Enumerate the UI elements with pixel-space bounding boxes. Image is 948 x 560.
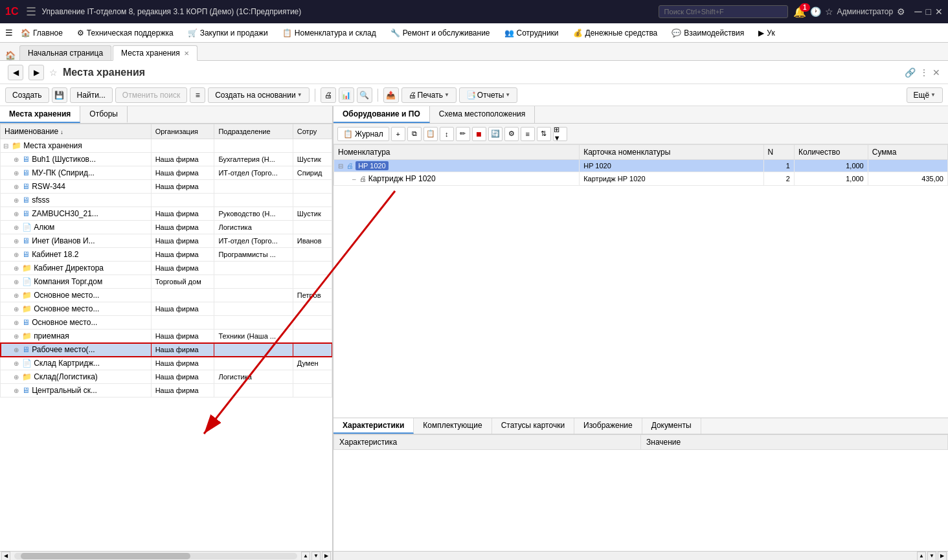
eq-col-card[interactable]: Карточка номенклатуры (580, 145, 763, 160)
eq-col-n[interactable]: N (763, 145, 794, 160)
scroll-up-btn[interactable]: ▲ (301, 552, 310, 561)
hamburger-icon[interactable]: ☰ (26, 5, 36, 19)
favorites-icon[interactable]: ☆ (825, 6, 833, 17)
export-icon[interactable]: 📤 (383, 87, 399, 103)
move-btn[interactable]: ↕ (440, 127, 454, 141)
menu-item-employees[interactable]: 👥 Сотрудники (498, 26, 565, 40)
tab-close-icon[interactable]: ✕ (184, 50, 189, 57)
expand-icon[interactable]: ⊕ (14, 170, 19, 177)
refresh-btn[interactable]: 🔄 (488, 127, 502, 141)
char-col-name[interactable]: Характеристика (334, 435, 641, 450)
scroll-right-btn[interactable]: ▶ (322, 552, 331, 561)
icon-btn-1[interactable]: 🖨 (321, 87, 336, 103)
table-row[interactable]: ⊕ 🖥 Инет (Иванов И... Наша фирма ИТ-отде… (1, 234, 332, 248)
expand-icon[interactable]: ⊕ (14, 292, 19, 299)
settings-icon[interactable]: ⚙ (897, 6, 905, 17)
scroll-down-btn[interactable]: ▼ (311, 552, 321, 561)
char-scroll-down[interactable]: ▼ (927, 552, 936, 561)
table-row[interactable]: ⊕ 📄 Склад Картридж... Наша фирма Думен (1, 357, 332, 370)
delete-btn[interactable]: ⏹ (472, 127, 486, 141)
table-row[interactable]: ⊟ 🖨 HP 1020 HP 1020 1 1,000 (334, 160, 948, 172)
col-header-emp[interactable]: Сотру (293, 124, 332, 139)
expand-icon[interactable]: ⊕ (14, 156, 19, 163)
table-row[interactable]: ⊕ 🖥 RSW-344 Наша фирма (1, 180, 332, 194)
link-icon[interactable]: 🔗 (905, 67, 916, 78)
bottom-tab-characteristics[interactable]: Характеристики (333, 418, 414, 434)
minimize-icon[interactable]: ─ (914, 6, 921, 17)
expand-icon[interactable]: ⊕ (14, 265, 19, 272)
favorite-star-icon[interactable]: ☆ (49, 67, 58, 78)
expand-icon[interactable]: ⊕ (14, 387, 19, 394)
table-row[interactable]: ⊟ 📁 Места хранения (1, 139, 332, 153)
menu-item-main[interactable]: 🏠 Главное (14, 26, 69, 40)
menu-item-nomenclature[interactable]: 📋 Номенклатура и склад (276, 26, 383, 40)
char-col-value[interactable]: Значение (641, 435, 948, 450)
expand-icon[interactable]: ⊕ (14, 224, 19, 231)
table-row[interactable]: ⊕ 📁 Кабинет Директора Наша фирма (1, 262, 332, 275)
reports-button[interactable]: 📑 Отчеты ▼ (459, 87, 517, 103)
expand-icon[interactable]: ⊟ (338, 162, 343, 170)
col-header-org[interactable]: Организация (151, 124, 214, 139)
view-btn[interactable]: ≡ (521, 127, 535, 141)
expand-icon[interactable]: ⊕ (14, 360, 19, 367)
table-row[interactable]: ⊕ 📄 Компания Торг.дом Торговый дом (1, 275, 332, 289)
page-close-icon[interactable]: ✕ (932, 67, 940, 78)
expand-icon[interactable]: ⊕ (14, 346, 19, 353)
find-button[interactable]: Найти... (70, 87, 113, 103)
table-row[interactable]: ⊕ 🖥 МУ-ПК (Спирид... Наша фирма ИТ-отдел… (1, 166, 332, 180)
tab-equipment[interactable]: Оборудование и ПО (333, 106, 430, 123)
tab-storage-places[interactable]: Места хранения ✕ (113, 45, 198, 61)
tab-home-icon[interactable]: 🏠 (5, 50, 16, 60)
eq-col-nomenclature[interactable]: Номенклатура (334, 145, 580, 160)
char-scroll-up[interactable]: ▲ (917, 552, 926, 561)
eq-col-sum[interactable]: Сумма (868, 145, 947, 160)
table-row[interactable]: ⊕ 📁 Основное место... Наша фирма (1, 302, 332, 316)
history-icon[interactable]: 🕐 (810, 6, 821, 17)
settings-btn[interactable]: ⚙ (504, 127, 519, 141)
table-row[interactable]: ⊕ 🖥 Кабинет 18.2 Наша фирма Программисты… (1, 248, 332, 262)
list-view-icon[interactable]: ≡ (190, 87, 205, 103)
table-row[interactable]: – 🖨 Картридж НР 1020 Картридж НР 1020 2 … (334, 172, 948, 186)
restore-icon[interactable]: □ (926, 6, 931, 17)
menu-item-support[interactable]: ⚙ Техническая поддержка (71, 26, 180, 40)
bottom-tab-documents[interactable]: Документы (642, 418, 701, 434)
add-btn[interactable]: + (391, 127, 405, 141)
menu-hamburger[interactable]: ☰ (5, 28, 13, 38)
char-scroll-right[interactable]: ▶ (938, 552, 947, 561)
cancel-search-button[interactable]: Отменить поиск (115, 87, 187, 103)
expand-icon[interactable]: ⊟ (3, 142, 8, 150)
expand-icon[interactable]: ⊕ (14, 319, 19, 326)
bottom-tab-statuses[interactable]: Статусы карточки (492, 418, 574, 434)
sort-btn[interactable]: ⇅ (537, 127, 551, 141)
journal-button[interactable]: 📋 Журнал (337, 127, 389, 141)
tab-filters[interactable]: Отборы (80, 106, 128, 123)
table-row[interactable]: ⊕ 📁 Склад(Логистика) Наша фирма Логистик… (1, 370, 332, 384)
bottom-scrollbar[interactable]: ▲ ▼ ▶ (333, 551, 948, 560)
expand-icon[interactable]: ⊕ (14, 238, 19, 245)
col-header-name[interactable]: Наименование ↓ (1, 124, 152, 139)
menu-item-sales[interactable]: 🛒 Закупки и продажи (181, 26, 275, 40)
scroll-track[interactable] (14, 553, 297, 559)
save-icon-button[interactable]: 💾 (52, 87, 67, 103)
table-row[interactable]: ⊕ 🖥 sfsss (1, 194, 332, 207)
edit-btn[interactable]: ✏ (456, 127, 470, 141)
icon-btn-2[interactable]: 📊 (339, 87, 354, 103)
menu-item-money[interactable]: 💰 Денежные средства (567, 26, 664, 40)
expand-icon[interactable]: ⊕ (14, 210, 19, 218)
table-row[interactable]: ⊕ 🖥 Центральный ск... Наша фирма (1, 384, 332, 398)
table-row[interactable]: ⊕ 🖥 Рабочее место(... Наша фирма (1, 343, 332, 357)
tab-location-scheme[interactable]: Схема местоположения (430, 106, 536, 123)
more-options-icon[interactable]: ⋮ (920, 67, 929, 78)
table-row[interactable]: ⊕ 📄 Алюм Наша фирма Логистика (1, 221, 332, 234)
expand-icon[interactable]: ⊕ (14, 197, 19, 204)
table-row[interactable]: ⊕ 🖥 Buh1 (Шустиков... Наша фирма Бухгалт… (1, 153, 332, 166)
nav-forward-button[interactable]: ▶ (28, 65, 44, 80)
icon-btn-3[interactable]: 🔍 (357, 87, 372, 103)
table-row[interactable]: ⊕ 📁 Основное место... Петров (1, 289, 332, 302)
print-button[interactable]: 🖨 Печать ▼ (401, 87, 457, 103)
tab-start-page[interactable]: Начальная страница (19, 45, 111, 60)
left-h-scrollbar[interactable]: ◀ ▲ ▼ ▶ (0, 551, 332, 560)
table-row[interactable]: ⊕ 🖥 Основное место... (1, 316, 332, 330)
scroll-left-btn[interactable]: ◀ (1, 552, 10, 561)
eq-col-qty[interactable]: Количество (794, 145, 868, 160)
